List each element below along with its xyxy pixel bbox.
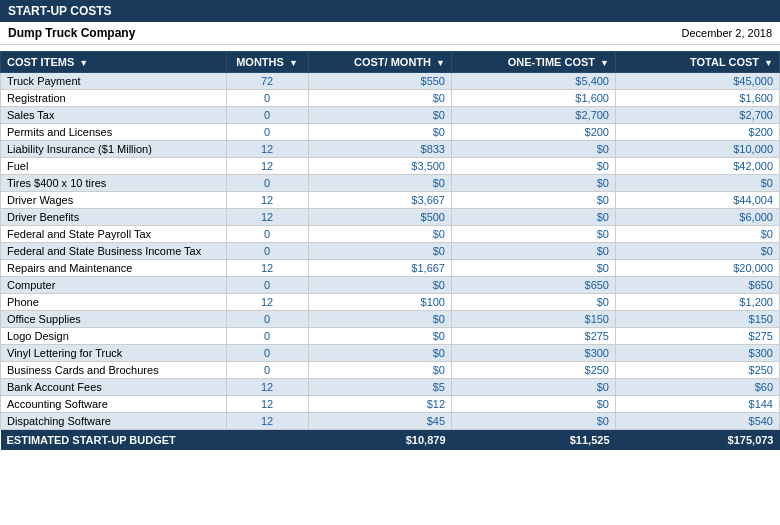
- company-name: Dump Truck Company: [8, 26, 135, 40]
- cell-total: $540: [616, 413, 780, 430]
- cell-cost-month: $0: [308, 124, 452, 141]
- cell-months: 0: [226, 107, 308, 124]
- cell-cost-month: $0: [308, 107, 452, 124]
- cell-item: Office Supplies: [1, 311, 227, 328]
- cell-cost-month: $550: [308, 73, 452, 90]
- table-row: Dispatching Software12$45$0$540: [1, 413, 780, 430]
- col-header-total[interactable]: TOTAL COST ▼: [616, 52, 780, 73]
- cell-one-time: $1,600: [452, 90, 616, 107]
- cell-item: Sales Tax: [1, 107, 227, 124]
- cell-item: Registration: [1, 90, 227, 107]
- cell-one-time: $0: [452, 141, 616, 158]
- cell-one-time: $0: [452, 226, 616, 243]
- page-title: START-UP COSTS: [0, 0, 780, 22]
- cell-item: Tires $400 x 10 tires: [1, 175, 227, 192]
- table-row: Tires $400 x 10 tires0$0$0$0: [1, 175, 780, 192]
- cell-total: $150: [616, 311, 780, 328]
- table-row: Driver Wages12$3,667$0$44,004: [1, 192, 780, 209]
- table-row: Registration0$0$1,600$1,600: [1, 90, 780, 107]
- table-row: Fuel12$3,500$0$42,000: [1, 158, 780, 175]
- cell-months: 12: [226, 209, 308, 226]
- cell-item: Fuel: [1, 158, 227, 175]
- cell-total: $0: [616, 226, 780, 243]
- cell-total: $20,000: [616, 260, 780, 277]
- cell-item: Business Cards and Brochures: [1, 362, 227, 379]
- table-row: Accounting Software12$12$0$144: [1, 396, 780, 413]
- col-header-cost-month[interactable]: COST/ MONTH ▼: [308, 52, 452, 73]
- cell-item: Repairs and Maintenance: [1, 260, 227, 277]
- date-label: December 2, 2018: [682, 27, 773, 39]
- table-row: Liability Insurance ($1 Million)12$833$0…: [1, 141, 780, 158]
- cell-total: $0: [616, 175, 780, 192]
- filter-arrow-one-time[interactable]: ▼: [600, 58, 609, 68]
- cell-months: 72: [226, 73, 308, 90]
- table-body: Truck Payment72$550$5,400$45,000Registra…: [1, 73, 780, 430]
- cell-total: $42,000: [616, 158, 780, 175]
- cell-cost-month: $833: [308, 141, 452, 158]
- table-row: Phone12$100$0$1,200: [1, 294, 780, 311]
- cell-total: $1,200: [616, 294, 780, 311]
- table-row: Truck Payment72$550$5,400$45,000: [1, 73, 780, 90]
- cell-months: 12: [226, 158, 308, 175]
- cell-cost-month: $0: [308, 243, 452, 260]
- cell-total: $250: [616, 362, 780, 379]
- cell-item: Liability Insurance ($1 Million): [1, 141, 227, 158]
- cell-cost-month: $0: [308, 311, 452, 328]
- cell-item: Bank Account Fees: [1, 379, 227, 396]
- cell-months: 12: [226, 294, 308, 311]
- cell-one-time: $650: [452, 277, 616, 294]
- cell-months: 0: [226, 243, 308, 260]
- cell-cost-month: $0: [308, 175, 452, 192]
- footer-cost-month: $10,879: [308, 430, 452, 451]
- cell-months: 0: [226, 311, 308, 328]
- cell-one-time: $2,700: [452, 107, 616, 124]
- cost-table: COST ITEMS ▼ MONTHS ▼ COST/ MONTH ▼ ONE-…: [0, 51, 780, 450]
- cell-months: 0: [226, 90, 308, 107]
- cell-cost-month: $0: [308, 328, 452, 345]
- cell-item: Logo Design: [1, 328, 227, 345]
- cell-cost-month: $45: [308, 413, 452, 430]
- cell-item: Federal and State Business Income Tax: [1, 243, 227, 260]
- table-row: Vinyl Lettering for Truck0$0$300$300: [1, 345, 780, 362]
- filter-arrow-item[interactable]: ▼: [79, 58, 88, 68]
- cell-months: 12: [226, 192, 308, 209]
- table-row: Repairs and Maintenance12$1,667$0$20,000: [1, 260, 780, 277]
- cell-cost-month: $0: [308, 277, 452, 294]
- table-row: Computer0$0$650$650: [1, 277, 780, 294]
- cell-months: 0: [226, 362, 308, 379]
- cell-total: $6,000: [616, 209, 780, 226]
- footer-one-time: $11,525: [452, 430, 616, 451]
- table-row: Federal and State Business Income Tax0$0…: [1, 243, 780, 260]
- table-row: Business Cards and Brochures0$0$250$250: [1, 362, 780, 379]
- col-header-one-time[interactable]: ONE-TIME COST ▼: [452, 52, 616, 73]
- filter-arrow-total[interactable]: ▼: [764, 58, 773, 68]
- cell-months: 12: [226, 396, 308, 413]
- cell-one-time: $0: [452, 158, 616, 175]
- cell-total: $44,004: [616, 192, 780, 209]
- col-header-item[interactable]: COST ITEMS ▼: [1, 52, 227, 73]
- cell-months: 12: [226, 413, 308, 430]
- cell-one-time: $275: [452, 328, 616, 345]
- cell-total: $45,000: [616, 73, 780, 90]
- table-row: Driver Benefits12$500$0$6,000: [1, 209, 780, 226]
- cell-total: $200: [616, 124, 780, 141]
- cell-one-time: $0: [452, 260, 616, 277]
- cell-total: $144: [616, 396, 780, 413]
- table-row: Office Supplies0$0$150$150: [1, 311, 780, 328]
- cell-cost-month: $3,500: [308, 158, 452, 175]
- cell-item: Driver Benefits: [1, 209, 227, 226]
- cell-one-time: $0: [452, 396, 616, 413]
- cell-item: Vinyl Lettering for Truck: [1, 345, 227, 362]
- cell-item: Phone: [1, 294, 227, 311]
- cell-months: 0: [226, 345, 308, 362]
- filter-arrow-cost-month[interactable]: ▼: [436, 58, 445, 68]
- cell-cost-month: $5: [308, 379, 452, 396]
- cell-item: Accounting Software: [1, 396, 227, 413]
- footer-label: ESTIMATED START-UP BUDGET: [1, 430, 227, 451]
- cell-item: Computer: [1, 277, 227, 294]
- cell-one-time: $200: [452, 124, 616, 141]
- cell-months: 0: [226, 277, 308, 294]
- cell-one-time: $0: [452, 413, 616, 430]
- filter-arrow-months[interactable]: ▼: [289, 58, 298, 68]
- col-header-months[interactable]: MONTHS ▼: [226, 52, 308, 73]
